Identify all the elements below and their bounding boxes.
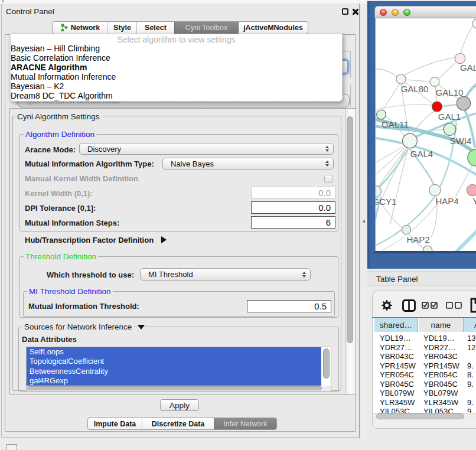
svg-text:GAL4: GAL4: [410, 149, 433, 159]
svg-text:GAL10: GAL10: [436, 87, 464, 97]
svg-text:GCY1: GCY1: [376, 197, 396, 207]
svg-text:GAL1: GAL1: [438, 112, 461, 122]
svg-text:SWI4: SWI4: [450, 136, 472, 146]
svg-text:HAP4: HAP4: [435, 196, 458, 206]
svg-text:GAL80: GAL80: [401, 84, 429, 94]
svg-text:GAL7: GAL7: [460, 63, 476, 73]
svg-text:HAP2: HAP2: [406, 234, 429, 244]
svg-text:GAL11: GAL11: [382, 119, 409, 129]
svg-text:YJ: YJ: [472, 196, 476, 206]
